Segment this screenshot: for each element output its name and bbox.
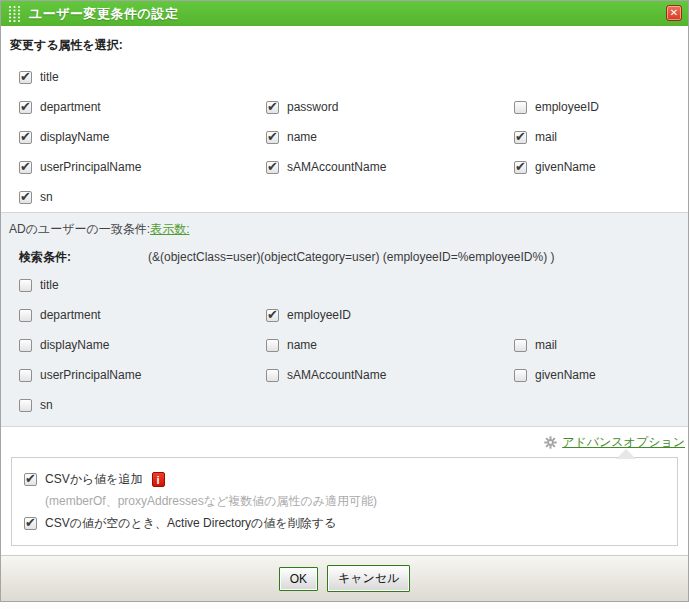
checkbox[interactable] [19, 399, 32, 412]
ok-button[interactable]: OK [279, 567, 318, 591]
checkbox-label: title [40, 278, 59, 292]
checkbox[interactable] [19, 101, 32, 114]
checkbox-label: password [287, 100, 338, 114]
search-condition-row: 検索条件: (&(objectClass=user)(objectCategor… [1, 249, 688, 265]
attributes-row-5: sn [1, 182, 688, 212]
checkbox[interactable] [19, 369, 32, 382]
match-checkbox-sAMAccountName[interactable]: sAMAccountName [266, 368, 514, 382]
checkbox-label: CSVの値が空のとき、Active Directoryの値を削除する [45, 515, 336, 532]
checkbox[interactable] [19, 309, 32, 322]
user-change-settings-dialog: ユーザー変更条件の設定 ✕ 変更する属性を選択: title departmen… [0, 0, 689, 602]
dialog-footer: OK キャンセル [1, 555, 688, 601]
ad-match-section: ADのユーザーの一致条件:表示数: 検索条件: (&(objectClass=u… [1, 212, 688, 427]
checkbox-label: employeeID [535, 100, 599, 114]
attributes-row-4: userPrincipalName sAMAccountName givenNa… [1, 152, 688, 182]
ad-match-label: ADのユーザーの一致条件: [9, 221, 150, 238]
checkbox-label: sAMAccountName [287, 160, 386, 174]
attributes-row-3: displayName name mail [1, 122, 688, 152]
checkbox-label: mail [535, 338, 557, 352]
match-checkbox-sn[interactable]: sn [19, 398, 266, 412]
match-checkbox-name[interactable]: name [266, 338, 514, 352]
match-checkbox-displayName[interactable]: displayName [19, 338, 266, 352]
close-icon[interactable]: ✕ [666, 5, 682, 21]
checkbox[interactable] [266, 131, 279, 144]
checkbox[interactable] [514, 369, 527, 382]
checkbox-label: name [287, 338, 317, 352]
checkbox[interactable] [19, 71, 32, 84]
checkbox-label: department [40, 308, 101, 322]
advanced-options-link[interactable]: アドバンスオプション [562, 434, 685, 451]
attributes-row-2: department password employeeID [1, 92, 688, 122]
attr-checkbox-department[interactable]: department [19, 100, 266, 114]
gear-icon [544, 436, 557, 449]
checkbox-label: givenName [535, 160, 596, 174]
match-checkbox-employeeID[interactable]: employeeID [266, 308, 514, 322]
attr-checkbox-userPrincipalName[interactable]: userPrincipalName [19, 160, 266, 174]
match-checkbox-department[interactable]: department [19, 308, 266, 322]
attr-checkbox-name[interactable]: name [266, 130, 514, 144]
csv-delete-empty-row[interactable]: CSVの値が空のとき、Active Directoryの値を削除する [24, 511, 665, 535]
attr-checkbox-sAMAccountName[interactable]: sAMAccountName [266, 160, 514, 174]
match-row-4: userPrincipalName sAMAccountName givenNa… [1, 360, 688, 390]
csv-options-panel: CSVから値を追加 i (memberOf、proxyAddressesなど複数… [11, 457, 678, 546]
info-icon[interactable]: i [152, 472, 165, 487]
csv-note-text: (memberOf、proxyAddressesなど複数値の属性のみ適用可能) [24, 491, 665, 511]
match-row-2: department employeeID [1, 300, 688, 330]
attr-checkbox-displayName[interactable]: displayName [19, 130, 266, 144]
attributes-row-1: title [1, 62, 688, 92]
checkbox-label: name [287, 130, 317, 144]
attr-checkbox-employeeID[interactable]: employeeID [514, 100, 688, 114]
checkbox-label: department [40, 100, 101, 114]
checkbox-label: sAMAccountName [287, 368, 386, 382]
dialog-title: ユーザー変更条件の設定 [29, 5, 178, 23]
checkbox-label: displayName [40, 338, 109, 352]
attributes-checkbox-grid: title department password employeeID [1, 54, 688, 212]
checkbox[interactable] [24, 473, 37, 486]
checkbox[interactable] [19, 191, 32, 204]
checkbox-label: userPrincipalName [40, 368, 141, 382]
checkbox[interactable] [266, 369, 279, 382]
advanced-options-row: アドバンスオプション [1, 427, 688, 457]
checkbox-label: sn [40, 398, 53, 412]
checkbox-label: title [40, 70, 59, 84]
checkbox-label: givenName [535, 368, 596, 382]
checkbox[interactable] [266, 101, 279, 114]
match-checkbox-mail[interactable]: mail [514, 338, 688, 352]
checkbox[interactable] [19, 161, 32, 174]
checkbox[interactable] [19, 131, 32, 144]
checkbox-label: sn [40, 190, 53, 204]
checkbox[interactable] [19, 279, 32, 292]
match-checkbox-userPrincipalName[interactable]: userPrincipalName [19, 368, 266, 382]
match-row-1: title [1, 270, 688, 300]
checkbox[interactable] [24, 517, 37, 530]
display-count-link[interactable]: 表示数: [150, 221, 189, 238]
match-checkbox-givenName[interactable]: givenName [514, 368, 688, 382]
match-checkbox-grid: title department employeeID [1, 265, 688, 420]
checkbox[interactable] [266, 309, 279, 322]
checkbox[interactable] [19, 339, 32, 352]
checkbox-label: CSVから値を追加 [45, 471, 143, 488]
checkbox[interactable] [514, 131, 527, 144]
match-row-3: displayName name mail [1, 330, 688, 360]
attr-checkbox-mail[interactable]: mail [514, 130, 688, 144]
dialog-titlebar[interactable]: ユーザー変更条件の設定 ✕ [1, 1, 688, 26]
attr-checkbox-givenName[interactable]: givenName [514, 160, 688, 174]
match-checkbox-title[interactable]: title [19, 278, 266, 292]
checkbox[interactable] [514, 339, 527, 352]
checkbox-label: displayName [40, 130, 109, 144]
attr-checkbox-title[interactable]: title [19, 70, 266, 84]
checkbox[interactable] [514, 101, 527, 114]
checkbox[interactable] [266, 339, 279, 352]
panel-pointer-arrow [616, 449, 636, 459]
page: ユーザー変更条件の設定 ✕ 変更する属性を選択: title departmen… [0, 0, 689, 609]
checkbox[interactable] [514, 161, 527, 174]
attr-checkbox-sn[interactable]: sn [19, 190, 266, 204]
attr-checkbox-password[interactable]: password [266, 100, 514, 114]
ad-match-header: ADのユーザーの一致条件:表示数: [1, 220, 688, 238]
csv-add-value-row[interactable]: CSVから値を追加 i [24, 467, 665, 491]
checkbox-label: employeeID [287, 308, 351, 322]
search-condition-label: 検索条件: [19, 249, 148, 266]
checkbox-label: userPrincipalName [40, 160, 141, 174]
checkbox[interactable] [266, 161, 279, 174]
cancel-button[interactable]: キャンセル [327, 565, 410, 592]
